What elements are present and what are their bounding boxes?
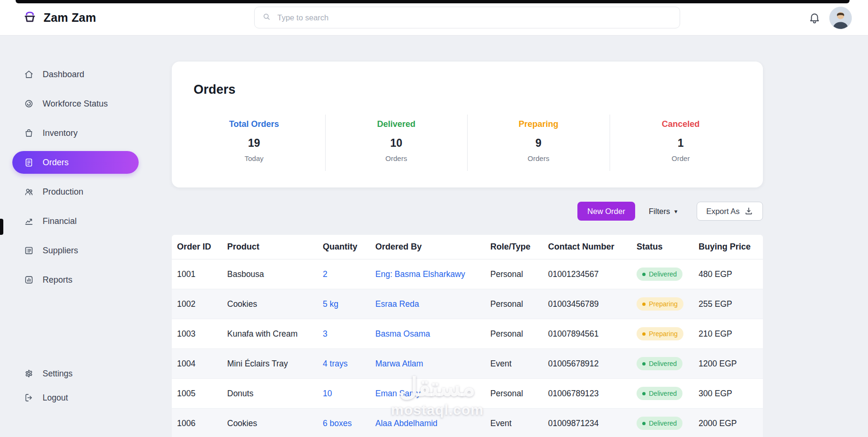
- stat-label: Canceled: [610, 119, 752, 129]
- sidebar-item-settings[interactable]: Settings: [12, 362, 139, 385]
- quantity-link[interactable]: 6 boxes: [323, 419, 375, 428]
- quantity-link[interactable]: 5 kg: [323, 299, 375, 309]
- quantity-link[interactable]: 2: [323, 269, 375, 279]
- ordered-by-link[interactable]: Eman Samy: [375, 389, 490, 399]
- sidebar-item-logout[interactable]: Logout: [12, 386, 139, 409]
- sidebar-item-orders[interactable]: Orders: [12, 151, 139, 174]
- search-input[interactable]: [276, 13, 672, 23]
- ordered-by-link[interactable]: Eng: Basma Elsharkawy: [375, 269, 490, 279]
- topbar: Zam Zam: [0, 0, 868, 36]
- column-header-buying-price: Buying Price: [699, 242, 763, 252]
- cell-status: Preparing: [637, 297, 699, 311]
- status-badge: Preparing: [637, 327, 683, 340]
- cell-status: Delivered: [637, 268, 699, 281]
- ordered-by-link[interactable]: Marwa Atlam: [375, 359, 490, 369]
- cell-contact-number: 01001234567: [548, 269, 637, 279]
- suppliers-icon: [24, 245, 34, 256]
- filters-label: Filters: [649, 207, 670, 216]
- user-avatar[interactable]: [829, 7, 852, 29]
- status-dot-icon: [642, 422, 646, 425]
- sidebar-item-dashboard[interactable]: Dashboard: [12, 63, 139, 86]
- filters-button[interactable]: Filters ▾: [642, 202, 684, 221]
- summary-stat-preparing: Preparing9Orders: [467, 115, 610, 171]
- cell-status: Delivered: [637, 417, 699, 430]
- sidebar-item-label: Orders: [43, 158, 69, 168]
- orders-icon: [24, 157, 34, 168]
- stat-value: 19: [183, 137, 325, 150]
- column-header-ordered-by: Ordered By: [375, 242, 490, 252]
- ordered-by-link[interactable]: Esraa Reda: [375, 299, 490, 309]
- cell-order-id: 1005: [177, 389, 227, 399]
- sidebar-footer: SettingsLogout: [0, 362, 156, 410]
- search-bar[interactable]: [254, 7, 680, 28]
- status-badge: Delivered: [637, 387, 682, 400]
- table-row: 1006Cookies6 boxesAlaa AbdelhamidEvent01…: [172, 409, 763, 437]
- stat-sublabel: Orders: [468, 154, 610, 162]
- sidebar-item-reports[interactable]: Reports: [12, 268, 139, 291]
- stat-value: 10: [326, 137, 468, 150]
- quantity-link[interactable]: 3: [323, 329, 375, 339]
- table-row: 1004Mini Éclairs Tray4 traysMarwa AtlamE…: [172, 349, 763, 379]
- sidebar-item-inventory[interactable]: Inventory: [12, 122, 139, 144]
- sidebar-item-label: Workforce Status: [43, 99, 108, 109]
- brand: Zam Zam: [22, 0, 96, 35]
- sidebar-item-label: Financial: [43, 216, 77, 226]
- cell-contact-number: 01003456789: [548, 299, 637, 309]
- cell-product: Cookies: [227, 299, 323, 309]
- export-as-label: Export As: [706, 207, 740, 216]
- sidebar-item-production[interactable]: Production: [12, 180, 139, 203]
- table-row: 1001Basbousa2Eng: Basma ElsharkawyPerson…: [172, 259, 763, 289]
- quantity-link[interactable]: 10: [323, 389, 375, 399]
- table-header-row: Order IDProductQuantityOrdered ByRole/Ty…: [172, 235, 763, 259]
- sidebar: DashboardWorkforce StatusInventoryOrders…: [0, 35, 156, 437]
- table-actions: New Order Filters ▾ Export As: [172, 202, 763, 221]
- cell-role-type: Personal: [490, 389, 548, 399]
- cell-product: Cookies: [227, 419, 323, 428]
- sidebar-item-label: Logout: [43, 393, 68, 403]
- sidebar-item-label: Inventory: [43, 128, 78, 138]
- sidebar-item-financial[interactable]: Financial: [12, 210, 139, 232]
- stat-sublabel: Order: [610, 154, 752, 162]
- stat-label: Total Orders: [183, 119, 325, 129]
- ordered-by-link[interactable]: Alaa Abdelhamid: [375, 419, 490, 428]
- export-as-button[interactable]: Export As: [697, 202, 763, 221]
- home-icon: [24, 69, 34, 80]
- workforce-icon: [24, 98, 34, 109]
- orders-stats-row: Total Orders19TodayDelivered10OrdersPrep…: [183, 115, 752, 171]
- cell-buying-price: 255 EGP: [699, 299, 763, 309]
- production-icon: [24, 187, 34, 197]
- status-dot-icon: [642, 332, 646, 336]
- status-dot-icon: [642, 392, 646, 395]
- sidebar-nav-list: DashboardWorkforce StatusInventoryOrders…: [0, 63, 156, 291]
- cell-contact-number: 01005678912: [548, 359, 637, 369]
- stat-label: Preparing: [468, 119, 610, 129]
- summary-stat-total-orders: Total Orders19Today: [183, 115, 325, 171]
- new-order-button[interactable]: New Order: [577, 202, 635, 221]
- stat-sublabel: Orders: [326, 154, 468, 162]
- download-icon: [744, 206, 753, 216]
- brand-logo-icon: [22, 9, 38, 27]
- notifications-bell-icon[interactable]: [808, 11, 821, 24]
- summary-stat-delivered: Delivered10Orders: [325, 115, 468, 171]
- cell-buying-price: 2000 EGP: [699, 419, 763, 428]
- cell-buying-price: 210 EGP: [699, 329, 763, 339]
- status-badge: Delivered: [637, 357, 682, 370]
- quantity-link[interactable]: 4 trays: [323, 359, 375, 369]
- orders-table: Order IDProductQuantityOrdered ByRole/Ty…: [172, 235, 763, 437]
- summary-stat-canceled: Canceled1Order: [610, 115, 752, 171]
- table-row: 1005Donuts10Eman SamyPersonal01006789123…: [172, 379, 763, 409]
- stat-value: 1: [610, 137, 752, 150]
- status-dot-icon: [642, 273, 646, 276]
- cell-status: Delivered: [637, 387, 699, 400]
- status-dot-icon: [642, 362, 646, 366]
- search-icon: [262, 12, 271, 23]
- cell-status: Preparing: [637, 327, 699, 340]
- new-order-label: New Order: [587, 207, 625, 216]
- cell-role-type: Event: [490, 359, 548, 369]
- ordered-by-link[interactable]: Basma Osama: [375, 329, 490, 339]
- status-badge: Delivered: [637, 417, 682, 430]
- cell-order-id: 1003: [177, 329, 227, 339]
- cell-contact-number: 01009871234: [548, 419, 637, 428]
- sidebar-item-workforce-status[interactable]: Workforce Status: [12, 92, 139, 115]
- sidebar-item-suppliers[interactable]: Suppliers: [12, 239, 139, 262]
